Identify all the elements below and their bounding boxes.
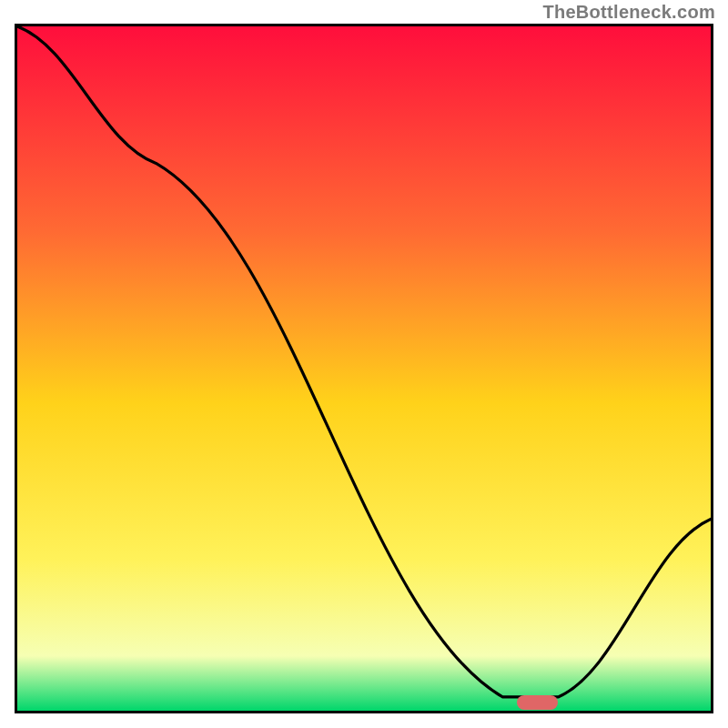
optimal-range-marker — [517, 695, 559, 710]
chart-area — [17, 26, 711, 711]
chart-frame — [15, 24, 713, 713]
attribution-text: TheBottleneck.com — [542, 2, 715, 23]
chart-svg — [17, 26, 711, 711]
gradient-background — [17, 26, 711, 711]
